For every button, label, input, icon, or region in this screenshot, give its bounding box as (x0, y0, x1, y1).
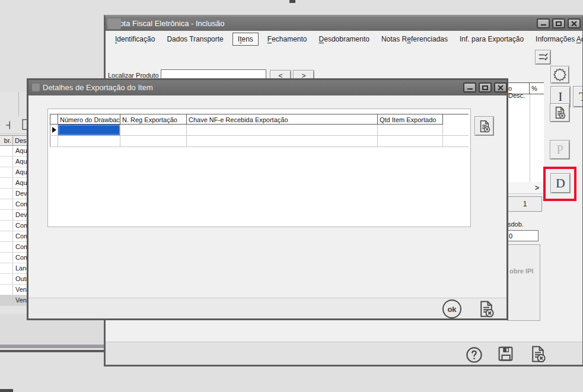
dialog-close-button[interactable] (494, 82, 507, 93)
desktop: br. Descr Aquis Aquis Aquis Aquis Devo C… (0, 0, 583, 392)
save-button[interactable] (496, 345, 514, 362)
highlight-box (543, 167, 576, 201)
maximize-button[interactable] (552, 18, 565, 28)
ok-label: ok (447, 305, 456, 314)
grid-cell[interactable] (120, 125, 187, 135)
ipi-group-box: obre IPI (507, 244, 540, 321)
minimize-icon (541, 22, 546, 26)
multi-check-button[interactable] (535, 50, 551, 65)
help-button[interactable] (465, 346, 483, 364)
tab-inf-para-exportacao[interactable]: Inf. para Exportação (454, 33, 530, 46)
seal-button[interactable] (550, 66, 569, 84)
grid-row-1 (50, 125, 469, 136)
main-window-titlebar[interactable]: Nota Fiscal Eletrônica - Inclusão (106, 17, 582, 31)
panel-divider (18, 92, 19, 116)
page-number: 1 (523, 200, 527, 208)
grid-cell[interactable] (187, 136, 378, 146)
grid-cell[interactable] (187, 125, 378, 135)
row-selector-cell[interactable] (50, 125, 58, 135)
items-grid-hscrollbar[interactable]: > (507, 182, 543, 194)
grid-cell[interactable] (378, 125, 443, 135)
grid-cell[interactable] (378, 136, 443, 146)
grid-column-line (530, 94, 530, 182)
remove-item-button[interactable] (550, 103, 570, 122)
dialog-minimize-button[interactable] (463, 82, 476, 93)
minimize-button[interactable] (537, 18, 550, 28)
dialog-maximize-button[interactable] (479, 82, 492, 93)
document-delete-icon (553, 106, 566, 119)
grid-header-percent: % (530, 83, 544, 94)
tab-informacoes-adicionais[interactable]: Informações Adicionai (530, 33, 582, 46)
document-delete-icon (478, 120, 491, 133)
scroll-right-arrow[interactable]: > (535, 184, 539, 192)
export-grid-panel: Número do Drawback N. Reg Exportação Cha… (47, 109, 471, 227)
row-selector-header (50, 114, 58, 125)
document-delete-icon (477, 300, 495, 318)
page-indicator: 1 (508, 196, 542, 212)
grid-header-desc: o Desc. (507, 83, 530, 94)
background-fragment (0, 389, 13, 392)
left-window-border (0, 350, 104, 352)
col-reg-exportacao: N. Reg Exportação (120, 114, 187, 125)
tab-desdobramento[interactable]: Desdobramento (313, 33, 375, 46)
minimize-icon (467, 86, 473, 90)
maximize-icon (482, 85, 488, 90)
grid-cell[interactable] (120, 136, 187, 146)
maximize-icon (556, 21, 562, 26)
desdob-label: sdob. (508, 221, 524, 228)
tab-fechamento[interactable]: Fechamento (262, 33, 313, 46)
dialog-titlebar[interactable]: Detalhes de Exportação do Item (28, 80, 506, 95)
list-check-icon (537, 52, 549, 63)
text-t-button[interactable]: T (573, 86, 583, 107)
export-details-dialog: Detalhes de Exportação do Item Número do… (27, 78, 508, 320)
dialog-icon-blob (32, 84, 40, 91)
items-grid-fragment: o Desc. % (507, 82, 544, 182)
export-grid-header: Número do Drawback N. Reg Exportação Cha… (50, 114, 469, 125)
current-row-arrow-icon (52, 127, 56, 133)
main-window-title: Nota Fiscal Eletrônica - Inclusão (114, 19, 224, 28)
delete-row-button[interactable] (474, 116, 494, 136)
seal-icon (553, 68, 567, 82)
col-numero-drawback: Número do Drawback (58, 114, 120, 125)
grid-cell-selected[interactable] (58, 125, 120, 135)
col-qtd-item: Qtd Item Exportado (378, 114, 443, 125)
list-header-abbr: br. (0, 136, 13, 145)
ok-button[interactable]: ok (442, 299, 461, 318)
tab-notas-referenciadas[interactable]: Notas Referenciadas (375, 33, 454, 46)
dialog-content: Número do Drawback N. Reg Exportação Cha… (28, 95, 506, 318)
left-window-scrollbar[interactable] (0, 345, 104, 348)
window-icon-blob (107, 18, 121, 29)
dialog-cancel-button[interactable] (476, 299, 496, 318)
letter-p: P (556, 143, 563, 157)
tab-identificacao[interactable]: Identificação (109, 33, 161, 46)
close-icon (498, 85, 504, 91)
header-filler (443, 114, 469, 125)
save-floppy-icon (497, 345, 514, 362)
background-window-fragment (289, 0, 295, 3)
tab-itens[interactable]: Itens (232, 33, 259, 46)
grid-cell[interactable] (58, 136, 120, 146)
close-icon (571, 21, 577, 27)
cancel-button[interactable] (528, 345, 547, 363)
tab-dados-transporte[interactable]: Dados Transporte (161, 33, 229, 46)
ipi-label: obre IPI (509, 267, 533, 275)
tab-bar: Identificação Dados Transporte Itens Fec… (106, 31, 582, 47)
letter-t: T (579, 89, 583, 104)
row-selector-cell[interactable] (50, 136, 58, 146)
col-chave-nfe: Chave NF-e Recebida Exportação (187, 114, 378, 125)
toolbar-fragment-icon[interactable] (5, 119, 15, 132)
grid-row-2 (50, 136, 469, 147)
close-button[interactable] (568, 18, 581, 28)
document-delete-icon (529, 345, 547, 363)
dialog-title: Detalhes de Exportação do Item (43, 83, 153, 92)
letter-i: I (558, 89, 562, 104)
help-icon (466, 346, 483, 364)
dialog-footer (28, 298, 506, 318)
desdob-input[interactable] (507, 230, 539, 241)
p-button-disabled: P (550, 140, 570, 160)
